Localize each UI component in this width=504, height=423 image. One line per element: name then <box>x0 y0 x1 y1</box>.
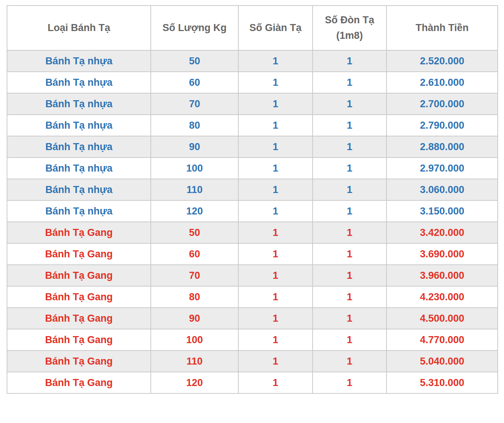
table-row: Bánh Tạ nhựa 60 1 1 2.610.000 <box>7 72 498 93</box>
cell-rack-count: 1 <box>238 72 313 93</box>
cell-rack-count: 1 <box>238 200 313 222</box>
cell-product-type: Bánh Tạ Gang <box>7 308 151 329</box>
page: Loại Bánh Tạ Số Lượng Kg Số Giàn Tạ Số Đ… <box>0 0 504 399</box>
cell-weight-kg: 50 <box>151 50 238 72</box>
cell-weight-kg: 70 <box>151 93 238 115</box>
cell-product-type: Bánh Tạ nhựa <box>7 115 151 136</box>
cell-weight-kg: 100 <box>151 158 238 179</box>
cell-product-type: Bánh Tạ Gang <box>7 222 151 243</box>
cell-rack-count: 1 <box>238 351 313 372</box>
table-row: Bánh Tạ Gang 100 1 1 4.770.000 <box>7 329 498 351</box>
cell-weight-kg: 100 <box>151 329 238 351</box>
cell-weight-kg: 90 <box>151 308 238 329</box>
cell-bar-count: 1 <box>313 308 386 329</box>
cell-weight-kg: 80 <box>151 286 238 308</box>
cell-weight-kg: 120 <box>151 200 238 222</box>
cell-product-type: Bánh Tạ Gang <box>7 372 151 393</box>
cell-product-type: Bánh Tạ nhựa <box>7 72 151 93</box>
cell-rack-count: 1 <box>238 93 313 115</box>
cell-weight-kg: 80 <box>151 115 238 136</box>
cell-product-type: Bánh Tạ Gang <box>7 351 151 372</box>
cell-bar-count: 1 <box>313 115 386 136</box>
cell-bar-count: 1 <box>313 93 386 115</box>
cell-product-type: Bánh Tạ nhựa <box>7 136 151 158</box>
column-header-loai-banh-ta: Loại Bánh Tạ <box>7 6 151 50</box>
cell-rack-count: 1 <box>238 265 313 286</box>
cell-bar-count: 1 <box>313 179 386 200</box>
cell-weight-kg: 50 <box>151 222 238 243</box>
table-row: Bánh Tạ Gang 70 1 1 3.960.000 <box>7 265 498 286</box>
cell-rack-count: 1 <box>238 179 313 200</box>
cell-bar-count: 1 <box>313 158 386 179</box>
cell-total-price: 3.960.000 <box>386 265 498 286</box>
cell-total-price: 4.770.000 <box>386 329 498 351</box>
cell-rack-count: 1 <box>238 286 313 308</box>
cell-total-price: 3.420.000 <box>386 222 498 243</box>
cell-total-price: 2.970.000 <box>386 158 498 179</box>
cell-product-type: Bánh Tạ nhựa <box>7 200 151 222</box>
cell-rack-count: 1 <box>238 308 313 329</box>
cell-product-type: Bánh Tạ Gang <box>7 329 151 351</box>
table-header: Loại Bánh Tạ Số Lượng Kg Số Giàn Tạ Số Đ… <box>7 6 498 50</box>
cell-total-price: 2.520.000 <box>386 50 498 72</box>
cell-bar-count: 1 <box>313 286 386 308</box>
cell-bar-count: 1 <box>313 243 386 265</box>
cell-total-price: 3.060.000 <box>386 179 498 200</box>
cell-total-price: 2.610.000 <box>386 72 498 93</box>
cell-rack-count: 1 <box>238 136 313 158</box>
cell-bar-count: 1 <box>313 72 386 93</box>
cell-rack-count: 1 <box>238 158 313 179</box>
price-table: Loại Bánh Tạ Số Lượng Kg Số Giàn Tạ Số Đ… <box>7 5 498 394</box>
cell-rack-count: 1 <box>238 243 313 265</box>
cell-rack-count: 1 <box>238 372 313 393</box>
cell-total-price: 5.310.000 <box>386 372 498 393</box>
column-header-so-luong-kg: Số Lượng Kg <box>151 6 238 50</box>
table-row: Bánh Tạ Gang 50 1 1 3.420.000 <box>7 222 498 243</box>
cell-product-type: Bánh Tạ nhựa <box>7 93 151 115</box>
cell-bar-count: 1 <box>313 265 386 286</box>
cell-product-type: Bánh Tạ Gang <box>7 265 151 286</box>
table-row: Bánh Tạ nhựa 50 1 1 2.520.000 <box>7 50 498 72</box>
cell-weight-kg: 60 <box>151 243 238 265</box>
cell-rack-count: 1 <box>238 50 313 72</box>
column-header-thanh-tien: Thành Tiền <box>386 6 498 50</box>
cell-bar-count: 1 <box>313 222 386 243</box>
table-row: Bánh Tạ Gang 110 1 1 5.040.000 <box>7 351 498 372</box>
table-row: Bánh Tạ Gang 60 1 1 3.690.000 <box>7 243 498 265</box>
cell-total-price: 2.880.000 <box>386 136 498 158</box>
cell-weight-kg: 110 <box>151 351 238 372</box>
cell-product-type: Bánh Tạ nhựa <box>7 158 151 179</box>
cell-weight-kg: 110 <box>151 179 238 200</box>
cell-rack-count: 1 <box>238 329 313 351</box>
header-row: Loại Bánh Tạ Số Lượng Kg Số Giàn Tạ Số Đ… <box>7 6 498 50</box>
cell-rack-count: 1 <box>238 115 313 136</box>
cell-total-price: 3.690.000 <box>386 243 498 265</box>
cell-total-price: 2.700.000 <box>386 93 498 115</box>
cell-bar-count: 1 <box>313 372 386 393</box>
table-row: Bánh Tạ nhựa 110 1 1 3.060.000 <box>7 179 498 200</box>
cell-total-price: 3.150.000 <box>386 200 498 222</box>
cell-weight-kg: 70 <box>151 265 238 286</box>
cell-total-price: 4.230.000 <box>386 286 498 308</box>
table-row: Bánh Tạ nhựa 70 1 1 2.700.000 <box>7 93 498 115</box>
cell-bar-count: 1 <box>313 136 386 158</box>
cell-bar-count: 1 <box>313 329 386 351</box>
column-header-so-don-ta-1m8: Số Đòn Tạ (1m8) <box>313 6 386 50</box>
table-body: Bánh Tạ nhựa 50 1 1 2.520.000 Bánh Tạ nh… <box>7 50 498 393</box>
cell-product-type: Bánh Tạ Gang <box>7 286 151 308</box>
table-row: Bánh Tạ nhựa 100 1 1 2.970.000 <box>7 158 498 179</box>
cell-weight-kg: 120 <box>151 372 238 393</box>
cell-total-price: 2.790.000 <box>386 115 498 136</box>
cell-product-type: Bánh Tạ nhựa <box>7 179 151 200</box>
column-header-so-gian-ta: Số Giàn Tạ <box>238 6 313 50</box>
cell-rack-count: 1 <box>238 222 313 243</box>
cell-product-type: Bánh Tạ nhựa <box>7 50 151 72</box>
cell-total-price: 5.040.000 <box>386 351 498 372</box>
table-row: Bánh Tạ nhựa 120 1 1 3.150.000 <box>7 200 498 222</box>
cell-bar-count: 1 <box>313 200 386 222</box>
cell-bar-count: 1 <box>313 351 386 372</box>
table-row: Bánh Tạ nhựa 80 1 1 2.790.000 <box>7 115 498 136</box>
cell-weight-kg: 90 <box>151 136 238 158</box>
cell-weight-kg: 60 <box>151 72 238 93</box>
cell-bar-count: 1 <box>313 50 386 72</box>
